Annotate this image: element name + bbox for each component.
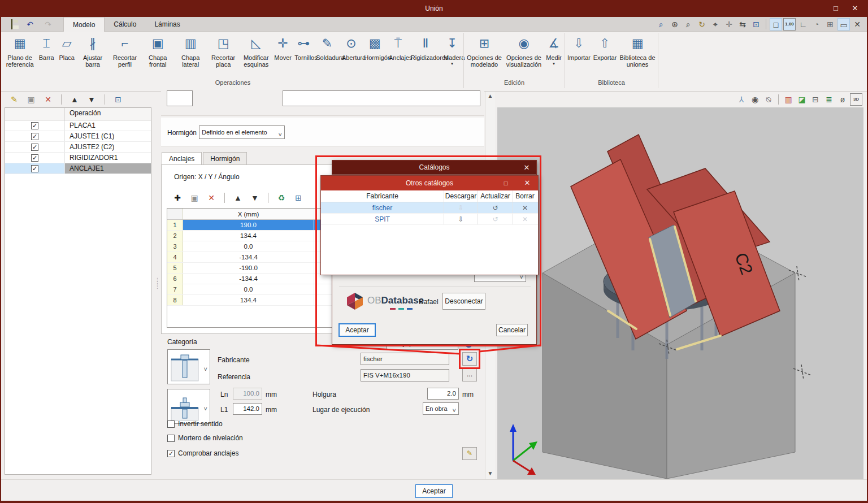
checkbox[interactable]: ✓ (167, 450, 175, 457)
ribbon-abertura[interactable]: ⊙Abertura (340, 33, 362, 61)
ribbon-hormigon[interactable]: ▩Hormigón (362, 33, 387, 61)
selection-grid-icon[interactable]: ⊞ (824, 18, 836, 31)
edit-check-button[interactable]: ✎ (462, 447, 477, 460)
comment-icon[interactable]: ▭ (837, 18, 850, 31)
ribbon-mover[interactable]: ✛Mover (272, 33, 293, 61)
undo-icon[interactable]: ↶ (24, 18, 36, 31)
manufacturer-link[interactable]: SPIT (321, 214, 444, 224)
lugar-dropdown[interactable]: En obra ˅ (423, 402, 459, 415)
checkbox[interactable] (167, 435, 175, 442)
mortero-nivelacion-checkbox[interactable]: Mortero de nivelación (167, 434, 243, 442)
copy-operation-icon[interactable]: ▣ (25, 93, 37, 106)
delete-row-icon[interactable]: ✕ (205, 192, 218, 204)
layers-icon[interactable]: ≣ (823, 93, 835, 106)
dialog-cancel-button[interactable]: Cancelar (496, 324, 528, 336)
table-row[interactable]: ✓AJUSTE2 (C2) (5, 142, 151, 153)
checkbox[interactable]: ✓ (31, 165, 38, 172)
checkbox[interactable]: ✓ (31, 133, 38, 140)
x-value[interactable]: 134.4 (183, 231, 314, 241)
save-icon[interactable] (6, 18, 18, 31)
ribbon-soldadura[interactable]: ✎Soldadura (314, 33, 340, 61)
ribbon-modificar-esquinas[interactable]: ◺Modificar esquinas (240, 33, 272, 68)
ribbon-opciones-de-visualizacion[interactable]: ◉Opciones de visualización (504, 33, 544, 68)
rotate-view-icon[interactable]: ⍉ (762, 93, 775, 106)
redo-icon[interactable]: ↷ (42, 18, 54, 31)
screenshot-icon[interactable]: ⊡ (750, 18, 762, 31)
ribbon-anclajes[interactable]: ⍑Anclajes (387, 33, 409, 61)
table-row[interactable]: ✓RIGIDIZADOR1 (5, 153, 151, 163)
ribbon-chapa-frontal[interactable]: ▣Chapa frontal (141, 33, 174, 68)
disconnect-button[interactable]: Desconectar (442, 293, 485, 310)
ribbon-barra[interactable]: ⌶Barra (36, 33, 57, 61)
regenerate-icon[interactable]: ♻ (275, 192, 288, 204)
download-icon[interactable]: ⇩ (444, 214, 478, 224)
fabricante-field[interactable]: fischer (361, 353, 449, 365)
hide-elements-icon[interactable]: ø (836, 93, 849, 106)
orbit-view-icon[interactable]: ◉ (749, 93, 761, 106)
menu-tab-modelo[interactable]: Modelo (63, 17, 105, 32)
view-dimensions-icon[interactable]: ⊟ (809, 93, 822, 106)
ribbon-opciones-de-modelado[interactable]: ⊞Opciones de modelado (465, 33, 504, 68)
catalog-row[interactable]: SPIT⇩↺✕ (321, 214, 538, 225)
catalog-row[interactable]: fischer⇩↺✕ (321, 202, 538, 214)
ribbon-tornillos[interactable]: ⊶Tornillos (293, 33, 314, 61)
axes-icon[interactable]: ⅄ (735, 93, 748, 106)
orbit-icon[interactable]: ⇆ (736, 18, 749, 31)
ribbon-recortar-perfil[interactable]: ⌐Recortar perfil (108, 33, 141, 68)
ribbon-importar[interactable]: ⇩Importar (566, 33, 592, 61)
ribbon-biblioteca-de-uniones[interactable]: ▦Biblioteca de uniones (618, 33, 657, 68)
x-value[interactable]: -134.4 (183, 252, 314, 262)
frame-icon[interactable]: □ (770, 18, 782, 31)
work-plane-icon[interactable]: ◪ (796, 93, 808, 106)
sync-catalog-button[interactable]: ↻ (462, 352, 477, 366)
ribbon-ajustar-barra[interactable]: ∦Ajustar barra (77, 33, 108, 68)
ribbon-rigidizadores[interactable]: ⅡRigidizadores (409, 33, 442, 61)
cropped-input-small[interactable] (167, 90, 193, 106)
copy-row-icon[interactable]: ▣ (188, 192, 201, 204)
viewport-3d[interactable]: C2 (497, 107, 863, 479)
holgura-field[interactable]: 2.0 (427, 388, 459, 400)
zoom-window-icon[interactable]: ⌖ (709, 18, 722, 31)
close-icon[interactable]: ✕ (518, 176, 537, 190)
scroll-down-icon[interactable]: ▼ (485, 469, 495, 478)
comprobar-anclajes-checkbox[interactable]: ✓Comprobar anclajes (167, 449, 238, 457)
zoom-extents-icon[interactable]: ⊛ (669, 18, 681, 31)
ribbon-placa[interactable]: ▱Placa (57, 33, 77, 61)
base-type-image-dropdown[interactable]: ˅ (167, 389, 210, 424)
redraw-icon[interactable]: ↻ (696, 18, 708, 31)
dialog-accept-button[interactable]: Aceptar (338, 323, 376, 337)
row-up-icon[interactable]: ▲ (232, 192, 244, 204)
tab-anclajes[interactable]: Anclajes (162, 152, 202, 166)
zoom-previous-icon[interactable]: ⌕ (655, 18, 667, 31)
menu-tab-láminas[interactable]: Láminas (145, 17, 189, 32)
menu-tab-cálculo[interactable]: Cálculo (105, 17, 145, 32)
browse-reference-button[interactable]: ... (462, 368, 477, 381)
checkbox[interactable] (167, 420, 175, 428)
export-operation-icon[interactable]: ⊡ (112, 93, 124, 106)
dimension-icon[interactable]: 1.00 (783, 18, 796, 31)
table-row[interactable]: ✓ANCLAJE1 (5, 163, 151, 174)
delete-icon[interactable]: ✕ (513, 202, 537, 213)
invertir-sentido-checkbox[interactable]: Invertir sentido (167, 420, 223, 428)
add-row-icon[interactable]: ✚ (171, 192, 184, 204)
panel-splitter[interactable]: ⋮⋮⋮ (155, 278, 157, 293)
maximize-icon[interactable]: □ (496, 176, 515, 190)
referencia-field[interactable]: FIS V+M16x190 (361, 369, 449, 381)
refresh-icon[interactable]: ↺ (478, 202, 513, 213)
render-3d-icon[interactable]: 3D (850, 93, 862, 106)
x-value[interactable]: 0.0 (183, 284, 314, 294)
ribbon-medir[interactable]: ∡Medir▾ (544, 33, 564, 66)
move-up-icon[interactable]: ▲ (68, 93, 81, 106)
close-button[interactable]: ✕ (847, 2, 863, 15)
checkbox[interactable]: ✓ (31, 122, 38, 129)
x-value[interactable]: 190.0 (183, 220, 314, 230)
angle-icon[interactable]: ∟ (797, 18, 809, 31)
table-row[interactable]: ✓PLACA1 (5, 120, 151, 131)
table-row[interactable]: ✓AJUSTE1 (C1) (5, 131, 151, 142)
anchor-type-image-dropdown[interactable]: ˅ (167, 349, 210, 384)
close-icon[interactable]: ✕ (517, 161, 536, 175)
ribbon-exportar[interactable]: ⇧Exportar (592, 33, 618, 61)
scroll-up-icon[interactable]: ▲ (485, 92, 495, 101)
zoom-x2-icon[interactable]: ⌕ (682, 18, 695, 31)
checkbox[interactable]: ✓ (31, 154, 38, 162)
